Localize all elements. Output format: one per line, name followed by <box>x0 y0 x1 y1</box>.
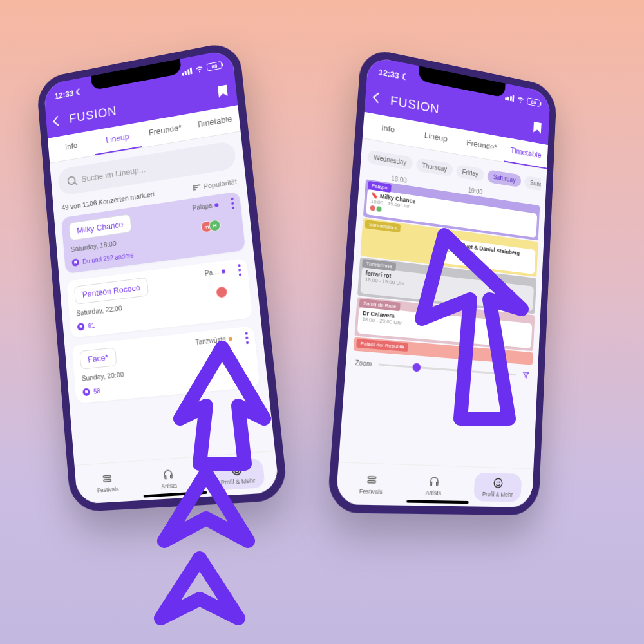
nav-festivals[interactable]: Festivals <box>349 469 393 500</box>
festivals-icon <box>101 472 113 484</box>
search-icon <box>67 176 76 185</box>
nav-festivals[interactable]: Festivals <box>87 468 128 498</box>
others-count: 61 <box>88 322 95 330</box>
page-title: FUSION <box>390 93 440 116</box>
others-count: 58 <box>93 387 100 395</box>
nav-label: Festivals <box>97 486 119 493</box>
more-icon[interactable] <box>231 198 234 210</box>
battery-icon: 88 <box>207 61 223 71</box>
more-icon[interactable] <box>238 264 242 276</box>
battery-icon: 88 <box>527 97 540 107</box>
back-icon[interactable] <box>373 93 383 103</box>
svg-point-7 <box>494 478 502 488</box>
back-icon[interactable] <box>53 116 62 126</box>
zoom-label: Zoom <box>355 359 372 367</box>
clock: 12:33 <box>379 67 400 80</box>
svg-rect-0 <box>103 475 111 478</box>
bookmark-small-icon <box>77 323 85 331</box>
artist-name: Panteón Rococó <box>74 277 149 305</box>
search-placeholder: Suche im Lineup... <box>81 164 146 184</box>
day-chip[interactable]: Thursday <box>415 158 453 176</box>
svg-rect-1 <box>103 479 111 482</box>
annotation-arrow-icon <box>399 219 547 431</box>
day-chip[interactable]: Sunday <box>524 176 542 193</box>
others-count: Du und 292 andere <box>82 251 134 265</box>
day-chip[interactable]: Wednesday <box>367 150 413 171</box>
bookmark-small-icon <box>82 388 90 396</box>
svg-rect-6 <box>368 480 375 483</box>
bookmark-small-icon <box>71 258 79 267</box>
sort-label: Popularität <box>203 178 237 191</box>
moon-icon: ☾ <box>401 71 409 82</box>
friend-avatars <box>218 285 228 298</box>
annotation-arrow-icon <box>148 551 251 634</box>
svg-point-9 <box>499 481 500 482</box>
face-icon <box>493 477 504 489</box>
moon-icon: ☾ <box>75 86 83 97</box>
festivals-icon <box>365 473 378 486</box>
wifi-icon <box>194 64 204 74</box>
svg-point-8 <box>497 481 498 482</box>
signal-icon <box>182 67 193 75</box>
signal-icon <box>505 93 515 102</box>
day-chip[interactable]: Friday <box>456 164 484 182</box>
page-title: FUSION <box>69 103 118 126</box>
friend-avatars: m H <box>204 219 221 233</box>
nav-label: Profil & Mehr <box>482 491 513 498</box>
lane-name: Sonnendeck <box>365 220 401 232</box>
svg-rect-5 <box>368 477 375 479</box>
nav-label: Artists <box>426 489 442 497</box>
annotation-arrow-icon <box>161 335 283 477</box>
headphones-icon <box>428 475 440 488</box>
artist-name: Face* <box>79 347 117 369</box>
nav-artists[interactable]: Artists <box>416 471 451 501</box>
artist-name: Milky Chance <box>69 214 132 241</box>
stage-name: Palapa <box>192 202 213 212</box>
bookmark-icon[interactable] <box>533 122 542 134</box>
nav-label: Festivals <box>359 488 383 496</box>
wifi-icon <box>516 95 525 104</box>
sort-icon <box>193 184 201 190</box>
sort-button[interactable]: Popularität <box>193 178 238 192</box>
clock: 12:33 <box>54 88 74 100</box>
bookmark-icon[interactable] <box>218 85 228 98</box>
stage-name: Pa… <box>204 268 219 277</box>
nav-profile[interactable]: Profil & Mehr <box>473 473 522 502</box>
day-chip[interactable]: Saturday <box>487 169 521 187</box>
